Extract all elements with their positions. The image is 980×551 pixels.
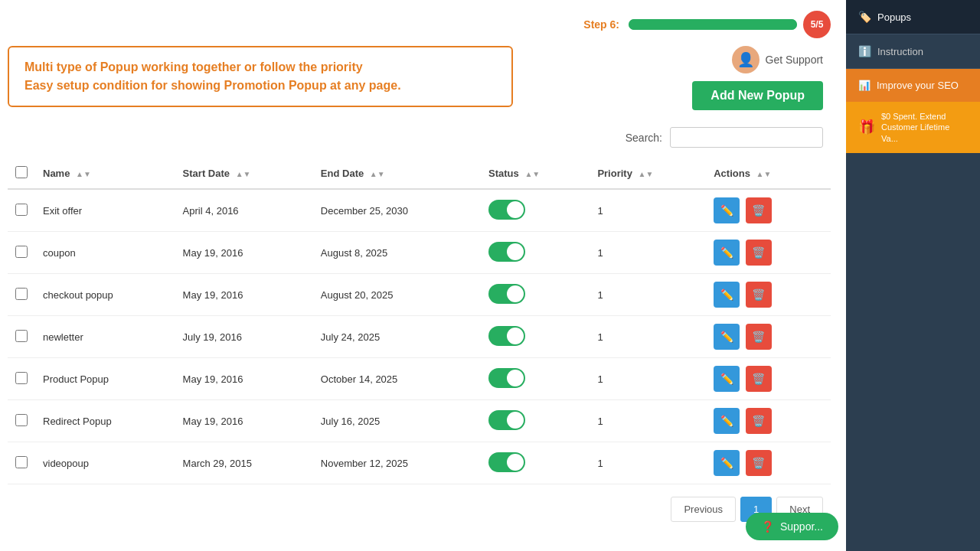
col-name[interactable]: Name ▲▼ <box>35 158 175 189</box>
edit-button-5[interactable]: ✏️ <box>714 408 740 434</box>
progress-container: 5/5 <box>629 11 831 38</box>
sort-enddate-icon: ▲▼ <box>370 170 385 178</box>
support-avatar: 👤 <box>732 46 760 73</box>
status-toggle-3[interactable] <box>488 326 525 346</box>
row-name-0: Exit offer <box>35 189 175 232</box>
edit-button-6[interactable]: ✏️ <box>714 450 740 476</box>
get-support-button[interactable]: 👤 Get Support <box>732 46 824 73</box>
delete-button-4[interactable]: 🗑️ <box>746 366 772 392</box>
row-checkbox-6[interactable] <box>15 456 28 468</box>
row-name-4: Product Popup <box>35 358 175 400</box>
row-start-date-6: March 29, 2015 <box>175 442 313 484</box>
row-actions-0: ✏️ 🗑️ <box>706 189 831 232</box>
row-name-1: coupon <box>35 232 175 274</box>
col-status[interactable]: Status ▲▼ <box>481 158 590 189</box>
row-start-date-2: May 19, 2016 <box>175 274 313 316</box>
select-all-checkbox[interactable] <box>15 166 28 178</box>
support-float-label: Suppor... <box>780 520 823 533</box>
row-status-0 <box>481 189 590 232</box>
status-toggle-5[interactable] <box>488 410 525 430</box>
row-priority-6: 1 <box>590 442 706 484</box>
status-toggle-0[interactable] <box>488 200 525 220</box>
status-toggle-4[interactable] <box>488 368 525 388</box>
popup-table: Name ▲▼ Start Date ▲▼ End Date ▲▼ Status… <box>8 158 831 484</box>
edit-button-4[interactable]: ✏️ <box>714 366 740 392</box>
sidebar-item-seo-label: Improve your SEO <box>877 80 959 91</box>
row-start-date-1: May 19, 2016 <box>175 232 313 274</box>
row-checkbox-3[interactable] <box>15 330 28 342</box>
row-name-5: Redirect Popup <box>35 400 175 442</box>
promo-line2: Easy setup condition for showing Promoti… <box>24 77 496 95</box>
delete-button-3[interactable]: 🗑️ <box>746 324 772 350</box>
sort-startdate-icon: ▲▼ <box>236 170 251 178</box>
sidebar-item-seo[interactable]: 📊 Improve your SEO <box>846 69 980 102</box>
sidebar-item-instruction[interactable]: ℹ️ Instruction <box>846 34 980 69</box>
add-new-popup-button[interactable]: Add New Popup <box>692 81 823 110</box>
row-checkbox-1[interactable] <box>15 246 28 258</box>
row-checkbox-4[interactable] <box>15 372 28 384</box>
row-priority-3: 1 <box>590 316 706 358</box>
row-end-date-4: October 14, 2025 <box>313 358 481 400</box>
support-float-button[interactable]: ❓ Suppor... <box>746 513 838 540</box>
row-status-6 <box>481 442 590 484</box>
row-name-6: videopoup <box>35 442 175 484</box>
row-start-date-5: May 19, 2016 <box>175 400 313 442</box>
row-end-date-2: August 20, 2025 <box>313 274 481 316</box>
search-input[interactable] <box>670 127 823 148</box>
row-checkbox-cell <box>8 400 35 442</box>
table-row: Redirect Popup May 19, 2016 July 16, 202… <box>8 400 831 442</box>
table-row: newletter July 19, 2016 July 24, 2025 1 … <box>8 316 831 358</box>
row-actions-4: ✏️ 🗑️ <box>706 358 831 400</box>
col-start-date[interactable]: Start Date ▲▼ <box>175 158 313 189</box>
sort-name-icon: ▲▼ <box>76 170 91 178</box>
previous-button[interactable]: Previous <box>671 497 736 522</box>
tag-icon: 🏷️ <box>858 11 871 23</box>
sidebar-promo-banner[interactable]: 🎁 $0 Spent. Extend Customer Lifetime Va.… <box>846 102 980 153</box>
sidebar-item-popups[interactable]: 🏷️ Popups <box>846 0 980 34</box>
promo-line1: Multi type of Popup working together or … <box>24 58 496 77</box>
row-priority-4: 1 <box>590 358 706 400</box>
col-priority[interactable]: Priority ▲▼ <box>590 158 706 189</box>
status-toggle-6[interactable] <box>488 452 525 472</box>
row-checkbox-5[interactable] <box>15 414 28 426</box>
delete-button-1[interactable]: 🗑️ <box>746 240 772 266</box>
row-checkbox-2[interactable] <box>15 288 28 300</box>
delete-button-0[interactable]: 🗑️ <box>746 197 772 223</box>
row-actions-3: ✏️ 🗑️ <box>706 316 831 358</box>
col-end-date[interactable]: End Date ▲▼ <box>313 158 481 189</box>
status-toggle-2[interactable] <box>488 284 525 304</box>
gift-icon: 🎁 <box>858 119 875 135</box>
edit-button-0[interactable]: ✏️ <box>714 197 740 223</box>
delete-button-6[interactable]: 🗑️ <box>746 450 772 476</box>
edit-button-2[interactable]: ✏️ <box>714 282 740 308</box>
progress-bar-bg <box>629 19 797 30</box>
row-status-3 <box>481 316 590 358</box>
row-start-date-4: May 19, 2016 <box>175 358 313 400</box>
edit-button-3[interactable]: ✏️ <box>714 324 740 350</box>
step-label: Step 6: <box>583 18 619 31</box>
delete-button-2[interactable]: 🗑️ <box>746 282 772 308</box>
row-end-date-3: July 24, 2025 <box>313 316 481 358</box>
sort-priority-icon: ▲▼ <box>639 170 654 178</box>
row-name-3: newletter <box>35 316 175 358</box>
col-actions: Actions ▲▼ <box>706 158 831 189</box>
status-toggle-1[interactable] <box>488 242 525 262</box>
promo-box: Multi type of Popup working together or … <box>8 46 513 107</box>
row-actions-1: ✏️ 🗑️ <box>706 232 831 274</box>
table-row: checkout popup May 19, 2016 August 20, 2… <box>8 274 831 316</box>
edit-button-1[interactable]: ✏️ <box>714 240 740 266</box>
support-float-icon: ❓ <box>761 520 774 533</box>
info-icon: ℹ️ <box>858 45 871 57</box>
row-status-1 <box>481 232 590 274</box>
row-checkbox-cell <box>8 442 35 484</box>
table-row: coupon May 19, 2016 August 8, 2025 1 ✏️ … <box>8 232 831 274</box>
table-row: Exit offer April 4, 2016 December 25, 20… <box>8 189 831 232</box>
sidebar-promo-text: $0 Spent. Extend Customer Lifetime Va... <box>881 111 968 144</box>
row-checkbox-cell <box>8 358 35 400</box>
pagination: Previous 1 Next <box>8 497 831 522</box>
row-checkbox-cell <box>8 316 35 358</box>
row-checkbox-0[interactable] <box>15 204 28 216</box>
sort-actions-icon: ▲▼ <box>756 170 772 178</box>
row-status-5 <box>481 400 590 442</box>
delete-button-5[interactable]: 🗑️ <box>746 408 772 434</box>
